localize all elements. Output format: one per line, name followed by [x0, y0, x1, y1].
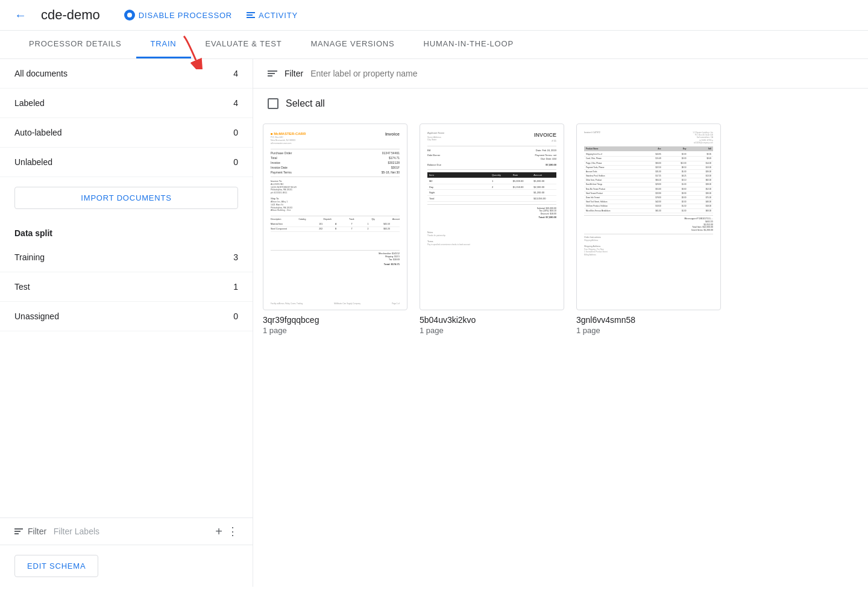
- filter-labels-placeholder: Filter Labels: [54, 527, 99, 536]
- add-label-button[interactable]: +: [215, 525, 222, 537]
- import-documents-button[interactable]: IMPORT DOCUMENTS: [14, 187, 238, 209]
- doc-name-3: 3gnl6vv4smn58: [576, 315, 721, 325]
- app-header: ← cde-demo DISABLE PROCESSOR ACTIVITY: [0, 0, 868, 31]
- doc-card-1[interactable]: ■ McMASTER-CARR P.O. Box 440New Brunswic…: [263, 123, 407, 335]
- labeled-count: 4: [233, 98, 238, 108]
- training-label: Training: [14, 252, 45, 262]
- doc-card-2[interactable]: Applicant Name Some AddressCity State IN…: [420, 123, 564, 335]
- labeled-row: Labeled 4: [0, 89, 253, 118]
- all-documents-row: All documents 4: [0, 59, 253, 89]
- activity-label: ACTIVITY: [259, 11, 298, 20]
- training-count: 3: [233, 252, 238, 262]
- doc-name-2: 5b04uv3ki2kvo: [420, 315, 564, 325]
- documents-grid: ■ McMASTER-CARR P.O. Box 440New Brunswic…: [253, 119, 868, 349]
- header-actions: DISABLE PROCESSOR ACTIVITY: [124, 10, 298, 20]
- test-label: Test: [14, 282, 30, 292]
- filter-label: Filter: [28, 527, 46, 536]
- back-button[interactable]: ←: [14, 8, 27, 22]
- training-row: Training 3: [0, 243, 253, 272]
- unassigned-row: Unassigned 0: [0, 302, 253, 331]
- auto-labeled-label: Auto-labeled: [14, 128, 62, 137]
- app-title: cde-demo: [41, 7, 100, 23]
- all-documents-label: All documents: [14, 69, 68, 78]
- content-filter-bar: Filter: [253, 59, 868, 89]
- doc-name-1: 3qr39fgqqbceg: [263, 315, 407, 325]
- tab-processor-details[interactable]: PROCESSOR DETAILS: [14, 31, 136, 58]
- activity-button[interactable]: ACTIVITY: [247, 11, 298, 20]
- doc-pages-3: 1 page: [576, 326, 721, 335]
- tab-bar: PROCESSOR DETAILS TRAIN EVALUATE & TEST …: [0, 31, 868, 59]
- unlabeled-row: Unlabeled 0: [0, 148, 253, 177]
- filter-labels-row: Filter Filter Labels + ⋮: [0, 517, 253, 545]
- activity-icon: [247, 12, 255, 18]
- tab-human-in-the-loop[interactable]: HUMAN-IN-THE-LOOP: [409, 31, 528, 58]
- unassigned-count: 0: [233, 311, 238, 321]
- test-row: Test 1: [0, 272, 253, 302]
- doc-pages-1: 1 page: [263, 326, 407, 335]
- auto-labeled-row: Auto-labeled 0: [0, 118, 253, 148]
- sidebar: All documents 4 Labeled 4 Auto-labeled 0…: [0, 59, 253, 587]
- unlabeled-label: Unlabeled: [14, 157, 52, 167]
- tab-manage-versions[interactable]: MANAGE VERSIONS: [296, 31, 409, 58]
- filter-labels-text: Filter Filter Labels: [28, 527, 210, 536]
- content-filter-label: Filter: [285, 69, 303, 78]
- labeled-label: Labeled: [14, 98, 45, 108]
- tab-evaluate-test[interactable]: EVALUATE & TEST: [191, 31, 297, 58]
- test-count: 1: [233, 282, 238, 292]
- disable-processor-icon: [124, 10, 135, 20]
- more-options-button[interactable]: ⋮: [227, 526, 238, 537]
- all-documents-count: 4: [233, 69, 238, 78]
- content-area: Filter Select all ■ McMASTER-CARR P.O. B…: [253, 59, 868, 587]
- select-all-label: Select all: [286, 98, 325, 109]
- doc-thumbnail-2: Applicant Name Some AddressCity State IN…: [420, 123, 564, 310]
- unassigned-label: Unassigned: [14, 311, 59, 321]
- main-layout: All documents 4 Labeled 4 Auto-labeled 0…: [0, 59, 868, 587]
- doc-pages-2: 1 page: [420, 326, 564, 335]
- unlabeled-count: 0: [233, 157, 238, 167]
- doc-thumbnail-1: ■ McMASTER-CARR P.O. Box 440New Brunswic…: [263, 123, 407, 310]
- data-split-label: Data split: [0, 219, 253, 243]
- data-split-section: Training 3 Test 1 Unassigned 0: [0, 243, 253, 331]
- disable-processor-label: DISABLE PROCESSOR: [139, 11, 232, 20]
- content-filter-input[interactable]: [310, 69, 854, 78]
- edit-schema-section: EDIT SCHEMA: [0, 545, 253, 587]
- edit-schema-button[interactable]: EDIT SCHEMA: [14, 555, 98, 577]
- filter-labels-icon: [14, 528, 23, 534]
- tab-train[interactable]: TRAIN: [136, 31, 191, 58]
- doc-thumbnail-3: Invoice # 147972 1-3 Square Loading > In…: [576, 123, 721, 310]
- document-counts-section: All documents 4 Labeled 4 Auto-labeled 0…: [0, 59, 253, 177]
- doc-card-3[interactable]: Invoice # 147972 1-3 Square Loading > In…: [576, 123, 721, 335]
- select-all-row: Select all: [253, 89, 868, 119]
- auto-labeled-count: 0: [233, 128, 238, 137]
- content-filter-icon: [268, 70, 277, 77]
- select-all-checkbox[interactable]: [268, 98, 278, 109]
- disable-processor-button[interactable]: DISABLE PROCESSOR: [124, 10, 232, 20]
